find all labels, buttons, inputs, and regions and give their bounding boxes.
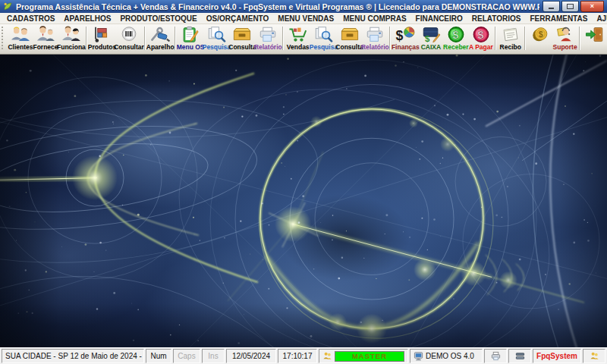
toolbar-button-caixa[interactable]: $ CAIXA	[418, 25, 443, 51]
coin-icon: $	[529, 25, 552, 43]
user-key-icon	[322, 351, 332, 361]
toolbar-label: Consulta	[335, 43, 363, 51]
toolbar-grip	[2, 27, 5, 49]
toolbar-label: Relatório	[361, 43, 389, 51]
toolbar-button-consulta-os[interactable]: Consulta	[230, 25, 256, 51]
svg-text:$: $	[452, 28, 458, 40]
menu-relatorios[interactable]: RELATORIOS	[467, 14, 526, 23]
cashbook-icon: $	[420, 25, 442, 43]
status-num: Num	[146, 349, 171, 363]
toolbar-separator	[495, 27, 496, 50]
toolbar-label: Aparelho	[146, 43, 175, 51]
toolbar-button-vendas[interactable]: Vendas	[285, 25, 310, 51]
date-text: 12/05/2024	[232, 352, 270, 360]
status-user-panel: MASTER	[319, 349, 408, 363]
toolbar-label: CAIXA	[421, 43, 441, 51]
status-ins: Ins	[202, 349, 225, 363]
titlebar: Programa Assistência Técnica + Vendas & …	[0, 0, 607, 13]
status-printer-panel[interactable]	[484, 349, 507, 363]
toolbar-button-moeda[interactable]: $	[527, 25, 552, 43]
desktop-area	[0, 55, 607, 347]
search-docs-icon	[312, 25, 335, 43]
app-icon	[3, 2, 13, 11]
time-text: 17:10:17	[283, 352, 313, 360]
toolbar-button-aparelho[interactable]: Aparelho	[147, 25, 173, 51]
clients-icon	[9, 25, 32, 43]
svg-text:$: $	[396, 27, 404, 42]
toolbar-button-pesquisa-vendas[interactable]: Pesquisa	[310, 25, 336, 51]
toolbar-label: Finanças	[392, 43, 420, 51]
menu-os-orcamento[interactable]: OS/ORÇAMENTO	[202, 14, 274, 23]
toolbar-button-receber[interactable]: $ Receber	[443, 25, 468, 51]
status-users-panel[interactable]	[583, 349, 605, 363]
toolbar-button-relatorio-os[interactable]: Relatório	[255, 25, 281, 51]
toolbar-separator	[282, 27, 284, 50]
status-location-text: SUA CIDADE - SP 12 de Maio de 2024 - Dom…	[5, 352, 144, 360]
toolbar-button-a-pagar[interactable]: $ A Pagar	[468, 25, 493, 51]
status-date: 12/05/2024	[226, 349, 276, 363]
status-queue-panel[interactable]	[508, 349, 531, 363]
svg-text:$: $	[538, 29, 543, 38]
support-icon	[554, 25, 577, 43]
toolbar-label: Fornece	[33, 43, 58, 51]
toolbar-button-financas[interactable]: $ Finanças	[392, 25, 418, 51]
insert-indicator: Ins	[208, 352, 218, 360]
toolbar-button-recibo[interactable]: Recibo	[498, 25, 523, 51]
menu-vendas[interactable]: MENU VENDAS	[273, 14, 338, 23]
cart-icon	[287, 25, 310, 43]
toolbar-label: Relatório	[254, 43, 282, 51]
menu-financeiro[interactable]: FINANCEIRO	[411, 14, 467, 23]
device-tools-icon	[149, 25, 171, 43]
receive-coin-icon: $	[445, 25, 467, 43]
toolbar-label: Receber	[443, 43, 469, 51]
menu-cadastros[interactable]: CADASTROS	[2, 14, 59, 23]
menu-ajuda[interactable]: AJUDA	[592, 14, 607, 23]
toolbar-label: Consulta	[228, 43, 256, 51]
toolbar-button-menu-os[interactable]: Menu OS	[178, 25, 203, 51]
printer-icon	[363, 25, 386, 43]
menu-aparelhos[interactable]: APARELHOS	[59, 14, 115, 23]
toolbar-button-suporte[interactable]: Suporte	[552, 25, 577, 51]
caps-lock-indicator: Caps	[178, 352, 195, 360]
toolbar-separator	[524, 27, 526, 50]
toolbar-button-consulta-vendas[interactable]: Consulta	[337, 25, 363, 51]
status-caps: Caps	[173, 349, 200, 363]
toolbar-button-funciona[interactable]: Funciona	[58, 25, 84, 51]
drawer-icon	[231, 25, 253, 43]
receipt-icon	[499, 25, 522, 43]
printer-small-icon	[491, 351, 501, 361]
toolbar-button-relatorio-vendas[interactable]: Relatório	[362, 25, 388, 51]
toolbar-button-pesquisa-os[interactable]: Pesquisa	[203, 25, 229, 51]
window-title: Programa Assistência Técnica + Vendas & …	[16, 2, 539, 11]
toolbar-separator	[579, 27, 580, 50]
status-version-panel: DEMO OS 4.0	[410, 349, 483, 363]
menu-produto-estoque[interactable]: PRODUTO/ESTOQUE	[115, 14, 201, 23]
maximize-button[interactable]	[561, 1, 579, 12]
toolbar-label: Produtos	[88, 43, 116, 51]
toolbar-label: Menu OS	[177, 43, 205, 51]
service-order-icon	[179, 25, 202, 43]
toolbar-label: Suporte	[553, 43, 577, 51]
menu-ferramentas[interactable]: FERRAMENTAS	[525, 14, 592, 23]
toolbar-button-consultar[interactable]: Consultar	[115, 25, 143, 51]
computer-icon	[414, 351, 423, 361]
employees-icon	[60, 25, 83, 43]
toolbar-button-clientes[interactable]: Clientes	[8, 25, 33, 51]
close-button[interactable]: ×	[580, 1, 604, 12]
finance-icon: $	[394, 25, 417, 43]
printer-icon	[256, 25, 279, 43]
minimize-button[interactable]	[543, 1, 560, 12]
brand-text: FpqSystem	[536, 352, 577, 360]
toolbar-button-fornece[interactable]: Fornece	[33, 25, 58, 51]
logged-user-badge: MASTER	[335, 351, 404, 362]
status-brand-panel: FpqSystem	[533, 349, 581, 363]
num-lock-indicator: Num	[150, 352, 166, 360]
menubar: CADASTROS APARELHOS PRODUTO/ESTOQUE OS/O…	[0, 13, 607, 24]
toolbar-label: Pesquisa	[310, 43, 338, 51]
suppliers-icon	[34, 25, 57, 43]
toolbar-button-sair[interactable]	[582, 25, 607, 43]
menu-compras[interactable]: MENU COMPRAS	[338, 14, 410, 23]
pay-coin-icon: $	[470, 25, 492, 43]
app-version-text: DEMO OS 4.0	[426, 352, 474, 360]
toolbar-button-produtos[interactable]: Produtos	[89, 25, 115, 51]
